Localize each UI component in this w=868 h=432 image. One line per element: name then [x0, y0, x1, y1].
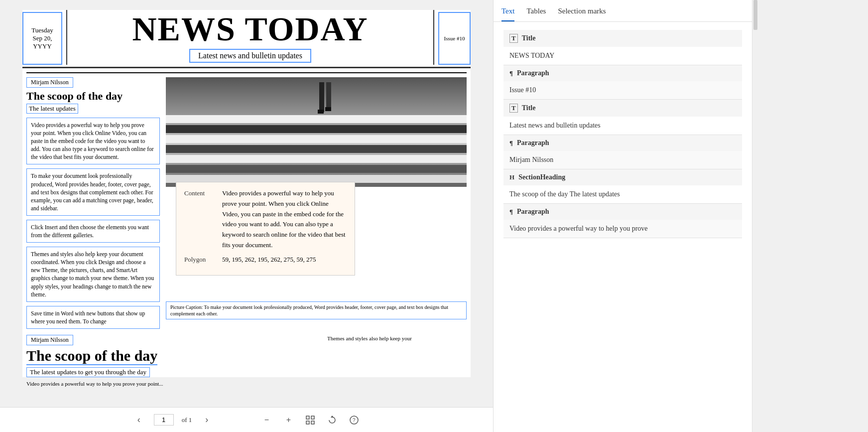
rotate-icon — [328, 416, 337, 425]
panel-section-content-2: Latest news and bulletin updates — [503, 117, 742, 135]
second-right-text: Themes and styles also help keep your — [327, 335, 467, 342]
issue-box: Issue #10 — [438, 12, 471, 65]
tooltip-content-row: Content Video provides a powerful way to… — [184, 188, 347, 251]
section-type-0: Title — [522, 34, 536, 42]
prev-page-button[interactable]: ‹ — [132, 413, 146, 427]
svg-rect-5 — [311, 416, 314, 419]
tooltip-content-label: Content — [184, 188, 214, 251]
panel-section-header-5: ¶ Paragraph — [503, 204, 742, 220]
panel-section-content-0: NEWS TODAY — [503, 47, 742, 65]
tooltip-box: Content Video provides a powerful way to… — [176, 182, 355, 276]
panel-content[interactable]: T Title NEWS TODAY ¶ Paragraph Issue #10… — [494, 22, 752, 432]
text-block-3: Click Insert and then choose the element… — [26, 220, 160, 243]
second-article-left: Mirjam Nilsson The scoop of the day The … — [26, 335, 321, 388]
author-tag-1: Mirjam Nilsson — [26, 77, 73, 88]
svg-rect-7 — [311, 421, 314, 424]
date-line2: Sep 20, — [27, 34, 57, 42]
panel-section-header-3: ¶ Paragraph — [503, 135, 742, 151]
fit-button[interactable] — [303, 413, 317, 427]
tooltip-content-text: Video provides a powerful way to help yo… — [222, 188, 347, 251]
section-type-1: Paragraph — [517, 69, 549, 77]
section-icon-0: T — [509, 34, 518, 43]
panel-section-content-4: The scoop of the day The latest updates — [503, 185, 742, 203]
svg-rect-1 — [326, 82, 331, 110]
author-tag-2: Mirjam Nilsson — [26, 335, 73, 345]
tooltip-polygon-row: Polygon 59, 195, 262, 195, 262, 275, 59,… — [184, 255, 347, 265]
caption-box: Picture Caption: To make your document l… — [166, 301, 467, 319]
main-column: Content Video provides a powerful way to… — [166, 77, 467, 333]
page-number-input[interactable] — [154, 414, 174, 426]
section-heading-1: The scoop of the day — [26, 90, 160, 103]
panel-section-content-5: Video provides a powerful way to help yo… — [503, 220, 742, 238]
svg-rect-3 — [325, 107, 331, 111]
panel-section-header-1: ¶ Paragraph — [503, 65, 742, 81]
svg-rect-4 — [306, 416, 309, 419]
section-type-2: Title — [522, 104, 536, 112]
date-line3: YYYY — [27, 42, 57, 50]
newspaper-page: Tuesday Sep 20, YYYY NEWS TODAY Latest n… — [22, 10, 471, 377]
section-icon-3: ¶ — [509, 139, 513, 147]
newspaper-header: Tuesday Sep 20, YYYY NEWS TODAY Latest n… — [22, 10, 471, 68]
second-article-right: Themes and styles also help keep your — [327, 335, 467, 388]
panel-section-3: ¶ Paragraph Mirjam Nilsson — [503, 135, 742, 169]
help-icon: ? — [350, 416, 359, 425]
text-block-1: Video provides a powerful way to help yo… — [26, 118, 160, 164]
section-sub-1: The latest updates — [26, 104, 78, 114]
section-icon-4: H — [509, 173, 514, 181]
page-of-label: of 1 — [182, 416, 192, 424]
section-sub-2: The latest updates to get you through th… — [26, 367, 150, 377]
right-panel: Text Tables Selection marks T Title NEWS… — [493, 0, 752, 432]
tab-selection-marks[interactable]: Selection marks — [558, 0, 606, 21]
svg-marker-8 — [331, 416, 334, 418]
svg-rect-0 — [319, 82, 324, 112]
svg-rect-6 — [306, 421, 309, 424]
panel-section-header-0: T Title — [503, 30, 742, 47]
section-icon-2: T — [509, 104, 518, 113]
panel-section-1: ¶ Paragraph Issue #10 — [503, 65, 742, 100]
panel-section-5: ¶ Paragraph Video provides a powerful wa… — [503, 204, 742, 238]
news-content-first: Mirjam Nilsson The scoop of the day The … — [22, 77, 471, 333]
scrollbar-thumb — [753, 0, 757, 30]
section-icon-1: ¶ — [509, 69, 513, 77]
panel-section-0: T Title NEWS TODAY — [503, 30, 742, 65]
section-type-5: Paragraph — [517, 208, 549, 216]
panel-section-content-1: Issue #10 — [503, 81, 742, 99]
help-button[interactable]: ? — [347, 413, 361, 427]
panel-section-2: T Title Latest news and bulletin updates — [503, 100, 742, 135]
zoom-out-button[interactable]: − — [259, 413, 273, 427]
tab-text[interactable]: Text — [501, 0, 514, 21]
section-heading-2: The scoop of the day — [26, 347, 157, 365]
text-block-5: Save time in Word with new buttons that … — [26, 306, 160, 329]
subtitle-box: Latest news and bulletin updates — [189, 49, 311, 63]
fit-icon — [306, 416, 315, 425]
document-viewer: Tuesday Sep 20, YYYY NEWS TODAY Latest n… — [0, 0, 493, 432]
text-block-2: To make your document look professionall… — [26, 168, 160, 215]
date-box: Tuesday Sep 20, YYYY — [22, 12, 62, 65]
title-area: NEWS TODAY Latest news and bulletin upda… — [66, 10, 434, 65]
tooltip-polygon-text: 59, 195, 262, 195, 262, 275, 59, 275 — [222, 255, 347, 265]
news-image — [166, 77, 467, 187]
zoom-in-button[interactable]: + — [281, 413, 295, 427]
panel-section-header-2: T Title — [503, 100, 742, 117]
tooltip-polygon-label: Polygon — [184, 255, 214, 265]
panel-section-4: H SectionHeading The scoop of the day Th… — [503, 169, 742, 204]
panel-section-content-3: Mirjam Nilsson — [503, 151, 742, 169]
next-page-button[interactable]: › — [200, 413, 214, 427]
left-column: Mirjam Nilsson The scoop of the day The … — [26, 77, 166, 333]
section-icon-5: ¶ — [509, 208, 513, 216]
doc-scroll-area[interactable]: Tuesday Sep 20, YYYY NEWS TODAY Latest n… — [0, 0, 493, 407]
second-article: Mirjam Nilsson The scoop of the day The … — [22, 335, 471, 388]
section-type-3: Paragraph — [517, 139, 549, 147]
right-panel-wrapper: Text Tables Selection marks T Title NEWS… — [493, 0, 868, 432]
cutoff-text: Video provides a powerful way to help yo… — [26, 380, 321, 388]
text-block-4: Themes and styles also help keep your do… — [26, 247, 160, 302]
right-scrollbar[interactable] — [752, 0, 758, 432]
panel-tabs: Text Tables Selection marks — [494, 0, 752, 22]
section-type-4: SectionHeading — [518, 173, 565, 181]
bottom-toolbar: ‹ of 1 › − + ? — [0, 407, 493, 432]
rotate-button[interactable] — [325, 413, 339, 427]
tab-tables[interactable]: Tables — [526, 0, 546, 21]
svg-text:?: ? — [353, 418, 356, 423]
date-line1: Tuesday — [27, 26, 57, 34]
main-title: NEWS TODAY — [132, 12, 368, 46]
